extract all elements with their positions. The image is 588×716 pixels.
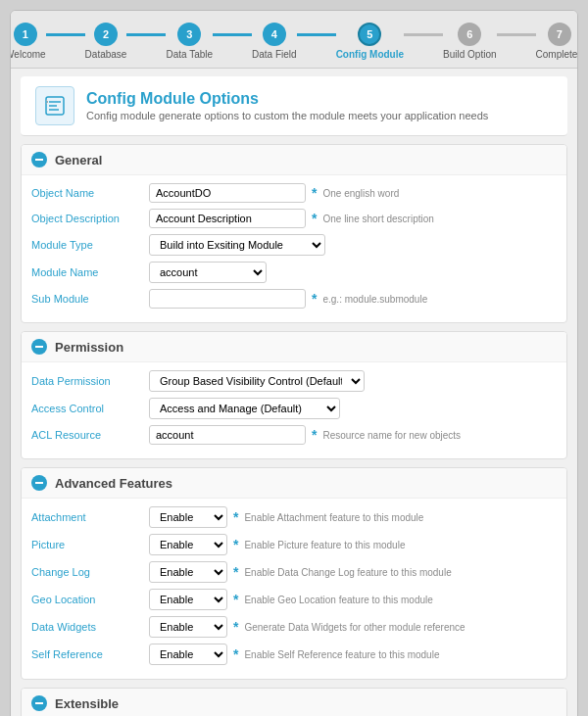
header-text: Config Module Options Config module gene… <box>86 90 488 121</box>
data-widgets-row: Data Widgets EnableDisable * Generate Da… <box>31 616 557 638</box>
advanced-section-header: Advanced Features <box>22 468 566 499</box>
change-log-hint: Enable Data Change Log feature to this m… <box>244 567 451 578</box>
data-permission-label: Data Permission <box>31 375 149 387</box>
object-name-hint: One english word <box>322 188 399 199</box>
geo-location-label: Geo Location <box>31 594 149 605</box>
sub-module-wrap: * e.g.: module.submodule <box>149 289 557 309</box>
object-name-wrap: * One english word <box>149 183 557 203</box>
step-2-circle: 2 <box>94 23 118 46</box>
picture-select[interactable]: EnableDisable <box>149 534 227 555</box>
step-6: 6 Build Option <box>443 23 496 60</box>
self-reference-select[interactable]: EnableDisable <box>149 644 227 665</box>
acl-resource-wrap: * Resource name for new objects <box>149 425 557 445</box>
change-log-row: Change Log EnableDisable * Enable Data C… <box>31 561 557 583</box>
picture-star: * <box>233 537 238 552</box>
line-4-5 <box>297 33 336 36</box>
attachment-hint: Enable Attachment feature to this module <box>244 512 423 523</box>
config-module-icon <box>43 94 67 118</box>
permission-section-header: Permission <box>22 332 566 362</box>
object-desc-row: Object Description * One line short desc… <box>31 209 557 228</box>
attachment-star: * <box>233 509 238 525</box>
module-name-row: Module Name account <box>31 262 557 283</box>
step-5-label: Config Module <box>336 49 404 60</box>
access-control-wrap: Access and Manage (Default) <box>149 398 557 419</box>
advanced-section: Advanced Features Attachment EnableDisab… <box>21 467 567 680</box>
module-name-label: Module Name <box>31 266 149 278</box>
step-1-circle: 1 <box>14 23 37 46</box>
object-desc-input[interactable] <box>149 209 306 228</box>
acl-resource-hint: Resource name for new objects <box>322 430 461 441</box>
self-reference-wrap: EnableDisable * Enable Self Reference fe… <box>149 644 557 665</box>
page-title: Config Module Options <box>86 90 488 108</box>
access-control-label: Access Control <box>31 403 149 414</box>
permission-toggle[interactable] <box>31 339 47 355</box>
step-5-circle: 5 <box>358 23 381 46</box>
object-desc-hint: One line short description <box>322 214 433 224</box>
advanced-toggle[interactable] <box>31 475 47 491</box>
line-2-3 <box>126 33 166 36</box>
step-4: 4 Data Field <box>252 23 297 60</box>
sub-module-star: * <box>312 291 317 307</box>
step-7-label: Completed <box>536 49 578 60</box>
data-widgets-star: * <box>233 619 238 635</box>
change-log-wrap: EnableDisable * Enable Data Change Log f… <box>149 561 557 583</box>
change-log-select[interactable]: EnableDisable <box>149 561 227 583</box>
general-toggle[interactable] <box>31 152 47 167</box>
module-type-wrap: Build into Exsiting Module Create New Mo… <box>149 234 557 256</box>
object-desc-star: * <box>312 211 317 226</box>
self-reference-label: Self Reference <box>31 648 149 660</box>
attachment-wrap: EnableDisable * Enable Attachment featur… <box>149 506 557 528</box>
self-reference-star: * <box>233 646 238 662</box>
object-name-input[interactable] <box>149 183 306 203</box>
step-5: 5 Config Module <box>336 23 404 60</box>
acl-resource-input[interactable] <box>149 425 306 445</box>
wizard-steps: 1 Welcome 2 Database 3 Data Table 4 Data… <box>11 11 577 69</box>
extensible-toggle[interactable] <box>31 695 47 711</box>
general-section-title: General <box>55 153 102 167</box>
picture-label: Picture <box>31 539 149 550</box>
line-6-7 <box>497 33 536 36</box>
step-7-circle: 7 <box>548 23 571 46</box>
picture-hint: Enable Picture feature to this module <box>244 540 405 550</box>
data-widgets-select[interactable]: EnableDisable <box>149 616 227 638</box>
extensible-section: Extensible Type Support DisableEnable * … <box>21 688 567 716</box>
general-section-body: Object Name * One english word Object De… <box>22 175 566 322</box>
picture-wrap: EnableDisable * Enable Picture feature t… <box>149 534 557 555</box>
sub-module-input[interactable] <box>149 289 306 309</box>
step-3-label: Data Table <box>166 49 213 60</box>
geo-location-star: * <box>233 592 238 607</box>
acl-resource-label: ACL Resource <box>31 429 149 441</box>
step-6-label: Build Option <box>443 49 496 60</box>
geo-location-row: Geo Location EnableDisable * Enable Geo … <box>31 589 557 610</box>
data-permission-select[interactable]: Group Based Visibility Control (Default) <box>149 370 365 392</box>
data-widgets-wrap: EnableDisable * Generate Data Widgets fo… <box>149 616 557 638</box>
general-section: General Object Name * One english word O… <box>21 144 567 323</box>
step-2-label: Database <box>85 49 127 60</box>
module-name-select[interactable]: account <box>149 262 267 283</box>
line-5-6 <box>404 33 443 36</box>
sub-module-row: Sub Module * e.g.: module.submodule <box>31 289 557 309</box>
attachment-select[interactable]: EnableDisable <box>149 506 227 528</box>
module-type-select[interactable]: Build into Exsiting Module Create New Mo… <box>149 234 325 256</box>
geo-location-select[interactable]: EnableDisable <box>149 589 227 610</box>
attachment-label: Attachment <box>31 511 149 523</box>
data-permission-row: Data Permission Group Based Visibility C… <box>31 370 557 392</box>
geo-location-hint: Enable Geo Location feature to this modu… <box>244 595 432 605</box>
object-name-label: Object Name <box>31 187 149 199</box>
step-4-label: Data Field <box>252 49 297 60</box>
access-control-select[interactable]: Access and Manage (Default) <box>149 398 340 419</box>
sub-module-hint: e.g.: module.submodule <box>322 294 427 305</box>
self-reference-row: Self Reference EnableDisable * Enable Se… <box>31 644 557 665</box>
permission-section-title: Permission <box>55 340 123 355</box>
step-6-circle: 6 <box>458 23 481 46</box>
module-type-label: Module Type <box>31 239 149 251</box>
change-log-label: Change Log <box>31 566 149 578</box>
extensible-section-title: Extensible <box>55 696 119 711</box>
object-desc-label: Object Description <box>31 213 149 224</box>
step-3-circle: 3 <box>177 23 201 46</box>
permission-section-body: Data Permission Group Based Visibility C… <box>22 362 566 458</box>
module-name-wrap: account <box>149 262 557 283</box>
main-content: General Object Name * One english word O… <box>11 144 577 716</box>
object-name-star: * <box>312 185 317 201</box>
data-permission-wrap: Group Based Visibility Control (Default) <box>149 370 557 392</box>
